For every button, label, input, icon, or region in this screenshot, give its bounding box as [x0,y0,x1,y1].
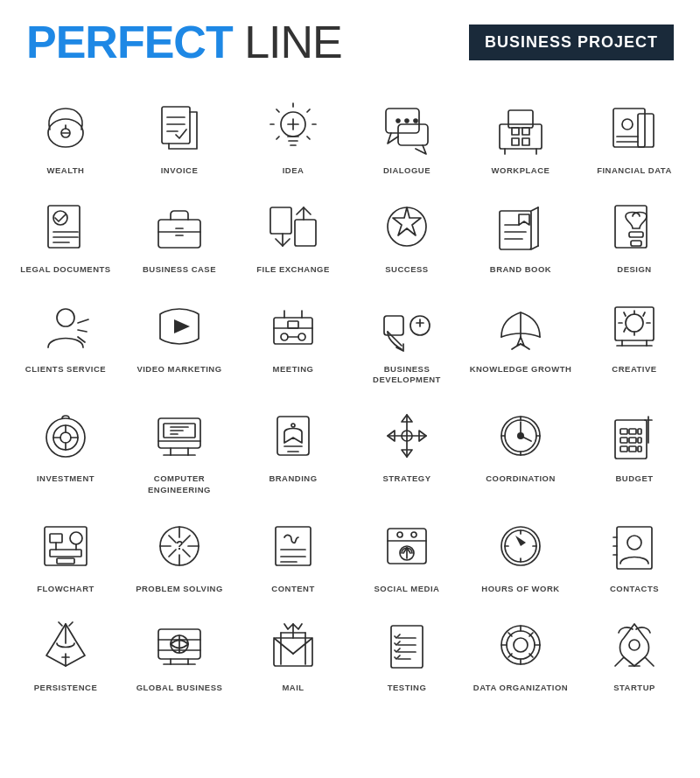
svg-point-185 [629,640,640,650]
creative-label: CREATIVE [612,364,656,375]
investment-label: INVESTMENT [37,473,94,484]
dialogue-icon [375,96,438,159]
icon-grid: WEALTH INVOICE IDEA [0,77,700,711]
strategy-icon [375,404,438,467]
budget-icon [603,404,666,467]
icon-item-file-exchange: FILE EXCHANGE [236,185,350,284]
svg-point-128 [70,532,82,544]
wealth-icon [34,96,97,159]
financial-data-icon [603,96,666,159]
icon-item-startup: STARTUP [578,603,691,702]
svg-rect-115 [620,429,627,434]
svg-rect-55 [631,241,641,246]
startup-label: STARTUP [613,683,655,693]
icon-item-brand-book: BRAND BOOK [464,185,578,284]
icon-item-hours-of-work: HOURS OF WORK [464,504,578,603]
business-case-icon [148,195,211,258]
svg-rect-40 [158,220,200,248]
video-marketing-icon [148,295,211,358]
svg-rect-24 [512,128,519,135]
svg-point-76 [626,314,643,332]
problem-solving-label: PROBLEM SOLVING [136,584,223,594]
icon-item-coordination: COORDINATION [464,394,578,504]
dialogue-label: DIALOGUE [383,165,430,176]
svg-rect-129 [50,550,81,557]
icon-item-global-business: GLOBAL BUSINESS [122,603,236,702]
svg-point-148 [411,532,416,537]
icon-item-contacts: CONTACTS [578,504,691,603]
icon-item-success: SUCCESS [350,185,464,284]
file-exchange-icon [262,195,325,258]
svg-point-86 [60,432,71,443]
svg-rect-31 [638,114,654,147]
idea-label: IDEA [283,165,304,176]
file-exchange-label: FILE EXCHANGE [256,264,330,275]
svg-rect-120 [638,438,641,443]
svg-rect-177 [391,626,423,668]
svg-rect-155 [617,527,652,569]
svg-rect-116 [629,429,636,434]
svg-rect-139 [276,527,311,565]
svg-line-9 [307,109,310,112]
computer-engineering-icon [148,404,211,467]
svg-rect-127 [50,534,62,543]
icon-item-video-marketing: VIDEO MARKETING [122,284,236,395]
svg-line-171 [274,638,293,654]
knowledge-growth-icon [489,295,552,358]
legal-documents-label: LEGAL DOCUMENTS [20,264,110,275]
svg-point-65 [281,333,288,340]
legal-documents-icon [34,195,97,258]
svg-line-12 [276,109,279,112]
workplace-label: WORKPLACE [492,165,550,176]
svg-point-66 [298,333,305,340]
data-organization-label: DATA ORGANIZATION [473,683,568,693]
contacts-icon [603,515,666,578]
financial-data-label: FINANCIAL DATA [597,165,672,176]
social-media-icon [375,515,438,578]
svg-rect-45 [295,220,316,246]
icon-item-design: DESIGN [578,185,691,284]
icon-item-workplace: WORKPLACE [464,86,578,185]
design-label: DESIGN [617,264,651,275]
design-icon [603,195,666,258]
icon-item-meeting: MEETING [236,284,350,395]
icon-item-business-case: BUSINESS CASE [122,185,236,284]
persistence-icon [34,613,97,676]
line-text: LINE [233,17,342,67]
icon-item-persistence: PERSISTENCE [9,603,122,702]
video-marketing-label: VIDEO MARKETING [136,364,221,375]
content-label: CONTENT [271,584,314,594]
svg-point-184 [514,638,528,652]
icon-item-budget: BUDGET [578,394,691,504]
icon-item-strategy: STRATEGY [350,394,464,504]
svg-point-147 [397,532,402,537]
icon-item-branding: BRANDING [236,394,350,504]
flowchart-label: FLOWCHART [37,584,94,594]
perfect-text: PERFECT [26,17,233,67]
svg-point-101 [291,424,295,427]
business-case-label: BUSINESS CASE [143,264,216,275]
meeting-icon [262,295,325,358]
svg-line-81 [624,328,626,332]
business-project-badge: BUSINESS PROJECT [469,25,674,60]
svg-point-48 [388,207,426,246]
svg-rect-126 [45,527,87,565]
branding-label: BRANDING [269,473,317,484]
branding-icon [262,404,325,467]
svg-line-83 [624,312,626,316]
hours-of-work-icon [489,515,552,578]
content-icon [262,515,325,578]
icon-item-social-media: SOCIAL MEDIA [350,504,464,603]
idea-icon [262,96,325,159]
svg-rect-119 [629,438,636,443]
icon-item-investment: INVESTMENT [9,394,122,504]
testing-icon [375,613,438,676]
mail-icon [262,613,325,676]
invoice-label: INVOICE [161,165,199,176]
clients-service-icon [34,295,97,358]
budget-label: BUDGET [615,473,653,484]
icon-item-mail: MAIL [236,603,350,702]
svg-point-20 [405,119,409,123]
hours-of-work-label: HOURS OF WORK [481,584,559,594]
svg-rect-91 [158,418,200,448]
